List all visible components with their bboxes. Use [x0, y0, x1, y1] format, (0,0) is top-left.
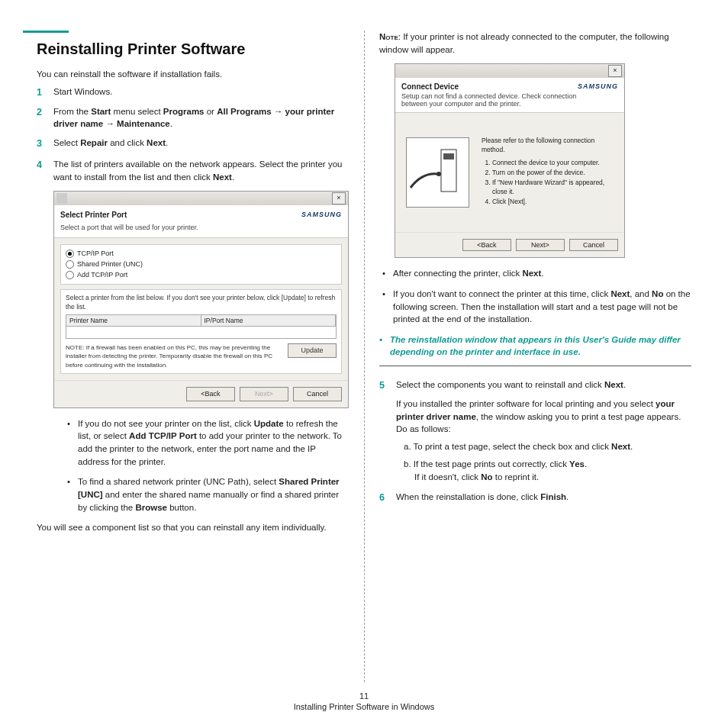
- step-5: Select the components you want to reinst…: [396, 378, 691, 391]
- close-icon[interactable]: ×: [332, 192, 346, 205]
- rb1: After connecting the printer, click Next…: [393, 267, 544, 280]
- step-5b: b. If the test page prints out correctly…: [404, 458, 691, 485]
- step-2: From the Start menu select Programs or A…: [53, 105, 349, 130]
- after-step4: You will see a component list so that yo…: [37, 521, 349, 534]
- svg-point-2: [436, 172, 441, 176]
- page-number: 11: [0, 691, 728, 701]
- svg-rect-1: [443, 153, 454, 159]
- step-num-2: 2: [37, 105, 53, 130]
- note-connect: Note: If your printer is not already con…: [379, 31, 691, 56]
- page-footer: 11 Installing Printer Software in Window…: [0, 691, 728, 711]
- ss2-subtitle: Setup can not find a connected device. C…: [401, 92, 578, 108]
- footer-text: Installing Printer Software in Windows: [0, 702, 728, 711]
- radio-tcpip[interactable]: [66, 250, 74, 258]
- back-button[interactable]: <Back: [186, 387, 235, 401]
- connection-illustration: [406, 137, 469, 208]
- back-button[interactable]: <Back: [462, 239, 511, 251]
- step-1: Start Windows.: [53, 85, 349, 99]
- samsung-logo: SAMSUNG: [301, 210, 342, 220]
- teal-note: The reinstallation window that appears i…: [390, 333, 691, 358]
- column-divider: [364, 31, 365, 682]
- ss1-list-label: Select a printer from the list below. If…: [66, 293, 337, 312]
- update-button[interactable]: Update: [288, 343, 337, 358]
- cancel-button[interactable]: Cancel: [569, 239, 618, 251]
- next-button[interactable]: Next>: [516, 239, 565, 251]
- samsung-logo: SAMSUNG: [578, 82, 618, 90]
- screenshot-connect-device: × Connect DeviceSetup can not find a con…: [395, 63, 625, 258]
- separator: [379, 366, 691, 366]
- step-num-4: 4: [37, 158, 53, 534]
- step-num-3: 3: [37, 137, 53, 150]
- step-num-5: 5: [379, 378, 396, 484]
- connection-steps: Please refer to the following connection…: [482, 136, 614, 210]
- step-5-body: If you installed the printer software fo…: [396, 398, 691, 436]
- bullet-update: If you do not see your printer on the li…: [78, 417, 349, 469]
- step-4: The list of printers available on the ne…: [53, 158, 349, 183]
- rb2: If you don't want to connect the printer…: [393, 288, 691, 326]
- screenshot-select-port: × Select Printer PortSelect a port that …: [53, 191, 349, 407]
- accent-bar: [23, 31, 69, 33]
- cancel-button[interactable]: Cancel: [293, 387, 342, 401]
- radio-unc[interactable]: [66, 260, 74, 269]
- bullet-unc: To find a shared network printer (UNC Pa…: [78, 475, 349, 514]
- step-6: When the reinstallation is done, click F…: [396, 491, 691, 504]
- step-num-6: 6: [379, 491, 396, 504]
- ss1-note: NOTE: If a firewall has been enabled on …: [66, 343, 283, 370]
- intro-text: You can reinstall the software if instal…: [37, 69, 349, 81]
- step-5a: a. To print a test page, select the chec…: [404, 440, 691, 453]
- radio-add[interactable]: [66, 271, 74, 279]
- printer-table[interactable]: Printer NameIP/Port Name: [66, 314, 337, 339]
- step-3: Select Repair and click Next.: [53, 137, 349, 150]
- ss1-title: Select Printer Port: [60, 211, 127, 219]
- ss2-title: Connect Device: [401, 82, 459, 91]
- ss1-subtitle: Select a port that will be used for your…: [60, 223, 198, 233]
- heading: Reinstalling Printer Software: [37, 40, 349, 58]
- next-button[interactable]: Next>: [240, 387, 288, 401]
- step-num-1: 1: [37, 85, 53, 99]
- window-icon: [56, 193, 67, 204]
- close-icon[interactable]: ×: [608, 65, 622, 77]
